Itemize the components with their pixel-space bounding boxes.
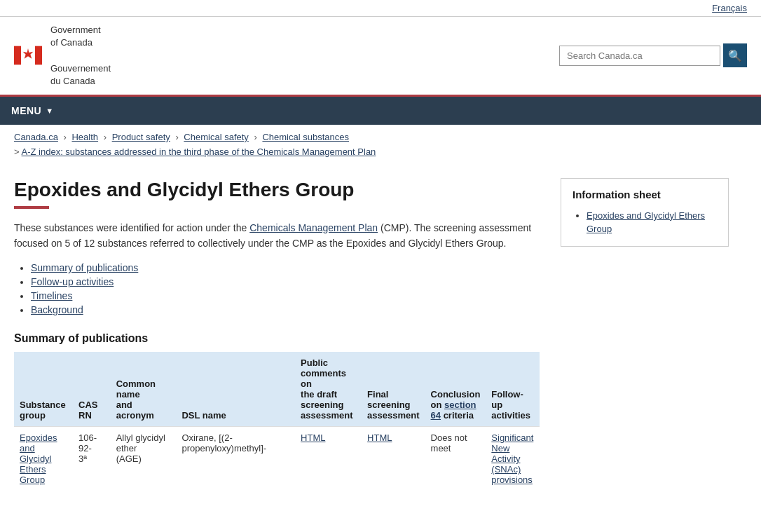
breadcrumb-sep-2: › xyxy=(104,132,107,142)
breadcrumb-product-safety[interactable]: Product safety xyxy=(112,132,170,142)
gov-name-en: Government of Canada xyxy=(50,24,111,49)
th-conclusion: Conclusionon section64 criteria xyxy=(425,352,486,427)
svg-rect-1 xyxy=(14,46,21,65)
breadcrumb-sub: A-Z index: substances addressed in the t… xyxy=(0,145,761,164)
chevron-down-icon: ▼ xyxy=(46,107,53,115)
breadcrumb-health[interactable]: Health xyxy=(71,132,98,142)
list-item: Background xyxy=(31,304,540,315)
substance-group-link[interactable]: Epoxidesand GlycidylEthersGroup xyxy=(20,432,57,485)
logo-area: Government of Canada Gouvernement du Can… xyxy=(14,24,111,88)
table-row: Epoxidesand GlycidylEthersGroup 106-92-3… xyxy=(14,427,540,491)
search-area: 🔍 xyxy=(559,43,747,67)
info-box-title: Information sheet xyxy=(573,189,717,200)
search-icon: 🔍 xyxy=(728,49,742,62)
cas-rn-value: 106-92-3ª xyxy=(78,432,97,464)
page-title: Epoxides and Glycidyl Ethers Group xyxy=(14,178,540,202)
timelines-link[interactable]: Timelines xyxy=(31,290,72,301)
breadcrumb-chemical-safety[interactable]: Chemical safety xyxy=(184,132,248,142)
summary-table: Substancegroup CAS RN Common nameand acr… xyxy=(14,352,540,491)
public-comments-html-link[interactable]: HTML xyxy=(301,432,325,443)
td-common-name: Allyl glycidyl ether(AGE) xyxy=(111,427,177,491)
followup-link[interactable]: SignificantNewActivity(SNAc)provisions xyxy=(491,432,533,485)
breadcrumb-sep-1: › xyxy=(64,132,67,142)
final-screening-html-link[interactable]: HTML xyxy=(367,432,392,443)
td-substance-group: Epoxidesand GlycidylEthersGroup xyxy=(14,427,73,491)
info-box-link[interactable]: Epoxides and Glycidyl Ethers Group xyxy=(587,210,705,235)
intro-paragraph: These substances were identified for act… xyxy=(14,220,540,252)
followup-activities-link[interactable]: Follow-up activities xyxy=(31,276,114,287)
list-item: Epoxides and Glycidyl Ethers Group xyxy=(587,209,717,236)
td-public-comments: HTML xyxy=(295,427,362,491)
menu-button[interactable]: MENU ▼ xyxy=(0,97,65,125)
info-box-list: Epoxides and Glycidyl Ethers Group xyxy=(573,209,717,236)
td-cas-rn: 106-92-3ª xyxy=(73,427,111,491)
search-button[interactable]: 🔍 xyxy=(723,43,747,67)
breadcrumb-canada[interactable]: Canada.ca xyxy=(14,132,58,142)
info-box: Information sheet Epoxides and Glycidyl … xyxy=(561,178,729,247)
common-name-value: Allyl glycidyl ether(AGE) xyxy=(116,432,165,464)
section64-link[interactable]: section64 xyxy=(431,400,477,421)
main-content: Epoxides and Glycidyl Ethers Group These… xyxy=(0,164,743,512)
th-cas-rn: CAS RN xyxy=(73,352,111,427)
gov-name-fr: Gouvernement du Canada xyxy=(50,62,111,88)
dsl-name-value: Oxirane, [(2-propenyloxy)methyl]- xyxy=(181,432,266,453)
background-link[interactable]: Background xyxy=(31,304,83,315)
breadcrumb-sep-4: › xyxy=(254,132,256,142)
canada-flag-icon xyxy=(14,45,42,66)
breadcrumb-sep-3: › xyxy=(175,132,178,142)
th-followup: Follow-upactivities xyxy=(486,352,540,427)
th-final-screening: Finalscreeningassessment xyxy=(362,352,425,427)
conclusion-value: Does notmeet xyxy=(431,432,467,453)
svg-rect-2 xyxy=(35,46,42,65)
list-item: Timelines xyxy=(31,290,540,301)
summary-publications-link[interactable]: Summary of publications xyxy=(31,262,138,273)
nav-bar: MENU ▼ xyxy=(0,97,761,125)
td-dsl-name: Oxirane, [(2-propenyloxy)methyl]- xyxy=(176,427,295,491)
menu-label: MENU xyxy=(11,105,41,116)
td-final-screening: HTML xyxy=(362,427,425,491)
td-conclusion: Does notmeet xyxy=(425,427,486,491)
list-item: Summary of publications xyxy=(31,262,540,273)
th-dsl-name: DSL name xyxy=(176,352,295,427)
breadcrumb-az-index-link[interactable]: A-Z index: substances addressed in the t… xyxy=(22,146,376,157)
content-left: Epoxides and Glycidyl Ethers Group These… xyxy=(14,178,540,491)
list-item: Follow-up activities xyxy=(31,276,540,287)
breadcrumb-chemical-substances[interactable]: Chemical substances xyxy=(262,132,349,142)
th-public-comments: Publiccomments onthe draftscreeningasses… xyxy=(295,352,362,427)
breadcrumb: Canada.ca › Health › Product safety › Ch… xyxy=(0,125,761,145)
cmp-link[interactable]: Chemicals Management Plan xyxy=(249,222,378,233)
search-input[interactable] xyxy=(559,46,720,66)
francais-link[interactable]: Français xyxy=(712,3,747,13)
intro-text-part1: These substances were identified for act… xyxy=(14,222,249,233)
site-header: Government of Canada Gouvernement du Can… xyxy=(0,17,761,97)
th-common-name: Common nameand acronym xyxy=(111,352,177,427)
title-underline xyxy=(14,206,49,209)
nav-links-list: Summary of publications Follow-up activi… xyxy=(14,262,540,315)
gov-name: Government of Canada Gouvernement du Can… xyxy=(50,24,111,88)
table-header-row: Substancegroup CAS RN Common nameand acr… xyxy=(14,352,540,427)
content-right: Information sheet Epoxides and Glycidyl … xyxy=(561,178,729,491)
td-followup: SignificantNewActivity(SNAc)provisions xyxy=(486,427,540,491)
table-section-title: Summary of publications xyxy=(14,332,540,345)
th-substance-group: Substancegroup xyxy=(14,352,73,427)
language-bar: Français xyxy=(0,0,761,17)
